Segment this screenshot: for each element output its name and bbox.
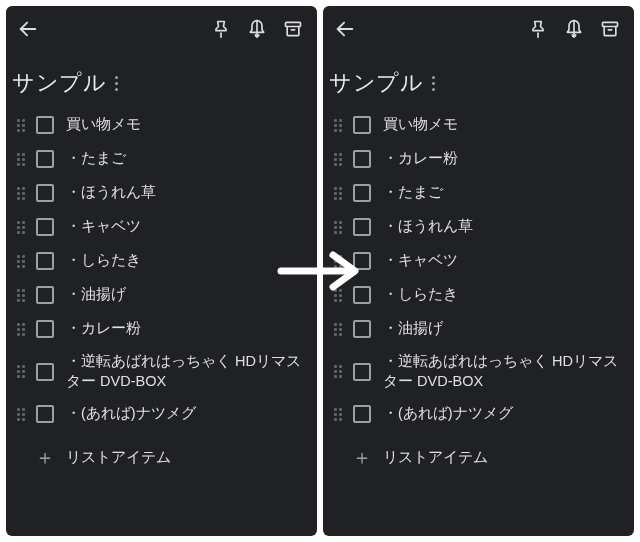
checkbox-empty-icon[interactable] <box>353 286 371 304</box>
checklist: 買い物メモ ・カレー粉 ・たまご ・ほうれん草 <box>323 108 634 536</box>
list-item: ・カレー粉 <box>323 142 630 176</box>
list-item-text[interactable]: ・逆転あばれはっちゃく HDリマスター DVD-BOX <box>66 348 309 395</box>
drag-handle-icon[interactable] <box>329 405 347 423</box>
list-item-text[interactable]: ・しらたき <box>66 247 141 275</box>
checkbox-empty-icon[interactable] <box>36 150 54 168</box>
add-item-label: リストアイテム <box>383 448 488 467</box>
comparison-stage: サンプル 買い物メモ ・たまご ・ほうれん草 <box>0 0 640 542</box>
checkbox-empty-icon[interactable] <box>353 252 371 270</box>
note-title[interactable]: サンプル <box>329 68 423 98</box>
checkbox-empty-icon[interactable] <box>36 405 54 423</box>
plus-icon[interactable]: ＋ <box>353 448 371 466</box>
list-item-text[interactable]: ・ほうれん草 <box>383 213 473 241</box>
list-item: 買い物メモ <box>323 108 630 142</box>
checkbox-empty-icon[interactable] <box>36 116 54 134</box>
checkbox-empty-icon[interactable] <box>36 252 54 270</box>
checkbox-empty-icon[interactable] <box>36 320 54 338</box>
checkbox-empty-icon[interactable] <box>36 218 54 236</box>
list-item: ・ほうれん草 <box>6 176 313 210</box>
panel-before: サンプル 買い物メモ ・たまご ・ほうれん草 <box>6 6 317 536</box>
checkbox-empty-icon[interactable] <box>36 184 54 202</box>
drag-handle-icon[interactable] <box>12 150 30 168</box>
pin-icon[interactable] <box>203 11 239 47</box>
checklist: 買い物メモ ・たまご ・ほうれん草 ・キャベツ <box>6 108 317 536</box>
list-item-text[interactable]: 買い物メモ <box>383 111 458 139</box>
list-item: ・油揚げ <box>323 312 630 346</box>
back-arrow-icon[interactable] <box>10 11 46 47</box>
drag-handle-icon[interactable] <box>12 184 30 202</box>
list-item: ・しらたき <box>323 278 630 312</box>
drag-handle-icon[interactable] <box>12 252 30 270</box>
checkbox-empty-icon[interactable] <box>353 405 371 423</box>
title-row: サンプル <box>6 52 317 108</box>
list-item-text[interactable]: ・ほうれん草 <box>66 179 156 207</box>
add-item-row[interactable]: ＋ リストアイテム <box>323 437 630 477</box>
list-item-text[interactable]: ・油揚げ <box>383 315 443 343</box>
drag-handle-icon[interactable] <box>12 320 30 338</box>
list-item: ・(あれば)ナツメグ <box>6 397 313 431</box>
list-item-text[interactable]: ・たまご <box>66 145 126 173</box>
checkbox-empty-icon[interactable] <box>353 363 371 381</box>
drag-handle-icon[interactable] <box>329 116 347 134</box>
list-item-text[interactable]: ・しらたき <box>383 281 458 309</box>
archive-icon[interactable] <box>592 11 628 47</box>
drag-handle-icon[interactable] <box>12 363 30 381</box>
list-item-text[interactable]: ・逆転あばれはっちゃく HDリマスター DVD-BOX <box>383 348 626 395</box>
checkbox-empty-icon[interactable] <box>353 116 371 134</box>
title-row: サンプル <box>323 52 634 108</box>
drag-handle-icon[interactable] <box>329 218 347 236</box>
checkbox-empty-icon[interactable] <box>36 363 54 381</box>
drag-handle-icon[interactable] <box>329 320 347 338</box>
list-item-text[interactable]: ・油揚げ <box>66 281 126 309</box>
list-item: ・逆転あばれはっちゃく HDリマスター DVD-BOX <box>323 346 630 397</box>
checkbox-empty-icon[interactable] <box>353 218 371 236</box>
drag-handle-icon[interactable] <box>329 286 347 304</box>
checkbox-empty-icon[interactable] <box>353 150 371 168</box>
list-item-text[interactable]: ・(あれば)ナツメグ <box>66 400 196 428</box>
drag-handle-icon[interactable] <box>329 184 347 202</box>
more-vert-icon[interactable] <box>423 69 443 97</box>
checkbox-empty-icon[interactable] <box>353 184 371 202</box>
drag-handle-icon[interactable] <box>329 363 347 381</box>
note-title[interactable]: サンプル <box>12 68 106 98</box>
plus-icon[interactable]: ＋ <box>36 448 54 466</box>
bell-icon[interactable] <box>556 11 592 47</box>
list-item-text[interactable]: 買い物メモ <box>66 111 141 139</box>
topbar <box>323 6 634 52</box>
panels-container: サンプル 買い物メモ ・たまご ・ほうれん草 <box>6 6 634 536</box>
checkbox-empty-icon[interactable] <box>353 320 371 338</box>
drag-handle-icon[interactable] <box>12 116 30 134</box>
list-item: ・たまご <box>323 176 630 210</box>
archive-icon[interactable] <box>275 11 311 47</box>
drag-handle-icon[interactable] <box>12 405 30 423</box>
list-item: ・たまご <box>6 142 313 176</box>
drag-handle-icon[interactable] <box>12 218 30 236</box>
drag-handle-icon[interactable] <box>329 252 347 270</box>
list-item: ・(あれば)ナツメグ <box>323 397 630 431</box>
add-item-row[interactable]: ＋ リストアイテム <box>6 437 313 477</box>
list-item-text[interactable]: ・(あれば)ナツメグ <box>383 400 513 428</box>
list-item-text[interactable]: ・たまご <box>383 179 443 207</box>
topbar <box>6 6 317 52</box>
add-item-label: リストアイテム <box>66 448 171 467</box>
list-item: ・キャベツ <box>6 210 313 244</box>
pin-icon[interactable] <box>520 11 556 47</box>
panel-after: サンプル 買い物メモ ・カレー粉 ・たまご <box>323 6 634 536</box>
list-item: ・油揚げ <box>6 278 313 312</box>
back-arrow-icon[interactable] <box>327 11 363 47</box>
list-item-text[interactable]: ・カレー粉 <box>383 145 458 173</box>
list-item: ・カレー粉 <box>6 312 313 346</box>
drag-handle-icon[interactable] <box>12 286 30 304</box>
list-item-text[interactable]: ・カレー粉 <box>66 315 141 343</box>
list-item: ・ほうれん草 <box>323 210 630 244</box>
list-item: ・逆転あばれはっちゃく HDリマスター DVD-BOX <box>6 346 313 397</box>
bell-icon[interactable] <box>239 11 275 47</box>
more-vert-icon[interactable] <box>106 69 126 97</box>
svg-rect-2 <box>286 22 301 26</box>
list-item-text[interactable]: ・キャベツ <box>383 247 458 275</box>
checkbox-empty-icon[interactable] <box>36 286 54 304</box>
list-item: 買い物メモ <box>6 108 313 142</box>
list-item-text[interactable]: ・キャベツ <box>66 213 141 241</box>
drag-handle-icon[interactable] <box>329 150 347 168</box>
svg-rect-6 <box>603 22 618 26</box>
